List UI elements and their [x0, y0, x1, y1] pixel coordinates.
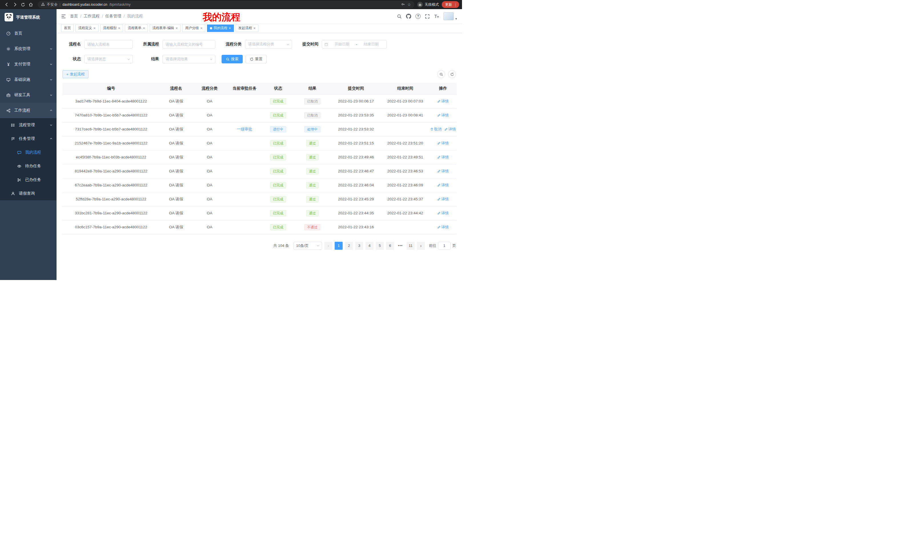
- goto-page-input[interactable]: [438, 242, 451, 250]
- tab-process-form[interactable]: 流程表单×: [125, 24, 148, 32]
- detail-link[interactable]: 详情: [438, 211, 449, 216]
- close-icon[interactable]: ×: [229, 26, 231, 30]
- cell-id: 03c6c157-7b9a-11ec-a290-acde48001122: [63, 220, 160, 234]
- close-icon[interactable]: ×: [118, 26, 120, 30]
- start-date-placeholder[interactable]: 开始日期: [329, 42, 355, 47]
- detail-label: 详情: [441, 225, 449, 230]
- address-bar[interactable]: 不安全 | dashboard.yudao.iocoder.cn/bpm/tas…: [38, 1, 414, 8]
- cell-task: [227, 164, 262, 178]
- search-button[interactable]: 搜索: [222, 55, 243, 63]
- detail-link[interactable]: 详情: [438, 113, 449, 118]
- search-icon[interactable]: [397, 14, 402, 19]
- avatar[interactable]: [444, 12, 454, 20]
- cell-id: 819442e8-7b9a-11ec-a290-acde48001122: [63, 164, 160, 178]
- sidebar-item-workflow[interactable]: 工作流程: [0, 103, 57, 118]
- cell-category: OA: [192, 178, 227, 192]
- back-icon[interactable]: [3, 1, 11, 9]
- sidebar-item-leave-query[interactable]: 请假查询: [0, 187, 57, 201]
- fullscreen-icon[interactable]: [425, 14, 430, 19]
- cell-name: OA 请假: [160, 136, 192, 150]
- prev-page-button[interactable]: ‹: [324, 242, 332, 250]
- create-process-button[interactable]: + 发起流程: [63, 70, 88, 78]
- github-icon[interactable]: [406, 14, 411, 19]
- page-button-5[interactable]: 5: [376, 242, 384, 250]
- date-range-picker[interactable]: 开始日期 - 结束日期: [322, 40, 387, 48]
- table-row: 3ad174fb-7b9d-11ec-8404-acde48001122 OA …: [63, 94, 457, 108]
- breadcrumb-workflow[interactable]: 工作流程: [84, 14, 100, 19]
- process-id-input[interactable]: [162, 40, 215, 48]
- forward-icon[interactable]: [11, 1, 19, 9]
- detail-label: 详情: [441, 183, 449, 188]
- detail-link[interactable]: 详情: [438, 197, 449, 202]
- cell-submit-time: 2022-01-22 23:53:32: [331, 122, 381, 136]
- logo[interactable]: 芋道管理系统: [0, 9, 57, 26]
- tab-user-group[interactable]: 用户分组×: [182, 24, 205, 32]
- font-size-icon[interactable]: [434, 14, 439, 19]
- user-menu[interactable]: ▼: [444, 12, 458, 20]
- next-page-button[interactable]: ›: [417, 242, 425, 250]
- sidebar-item-system[interactable]: 系统管理: [0, 41, 57, 57]
- category-select[interactable]: 请选择流程分类: [245, 40, 292, 48]
- current-task-link[interactable]: 一级审批: [237, 127, 252, 132]
- page-button-1[interactable]: 1: [334, 242, 343, 250]
- page-button-3[interactable]: 3: [355, 242, 363, 250]
- home-icon[interactable]: [27, 1, 35, 9]
- close-icon[interactable]: ×: [254, 26, 256, 30]
- col-id: 编号: [63, 83, 160, 94]
- reload-icon[interactable]: [19, 1, 27, 9]
- end-date-placeholder[interactable]: 结束日期: [358, 42, 384, 47]
- tab-process-form-edit[interactable]: 流程表单-编辑×: [150, 24, 181, 32]
- cancel-link[interactable]: 取消: [430, 127, 442, 132]
- sidebar-item-devtools[interactable]: 研发工具: [0, 87, 57, 103]
- sidebar-item-infrastructure[interactable]: 基础设施: [0, 72, 57, 87]
- col-current-task: 当前审批任务: [227, 83, 262, 94]
- result-select[interactable]: 请选择流结果: [162, 55, 215, 63]
- refresh-icon[interactable]: [448, 70, 456, 78]
- cell-id: 331bc281-7b9a-11ec-a290-acde48001122: [63, 206, 160, 220]
- sidebar-item-done-tasks[interactable]: 已办任务: [0, 173, 57, 187]
- page-ellipsis[interactable]: •••: [396, 242, 404, 250]
- tab-process-definition[interactable]: 流程定义×: [75, 24, 99, 32]
- tab-home[interactable]: 首页: [61, 24, 74, 32]
- security-label: 不安全: [47, 2, 58, 7]
- close-icon[interactable]: ×: [93, 26, 96, 30]
- status-select[interactable]: 请选择状态: [84, 55, 133, 63]
- detail-link[interactable]: 详情: [438, 225, 449, 230]
- detail-link[interactable]: 详情: [438, 155, 449, 160]
- close-icon[interactable]: ×: [176, 26, 178, 30]
- cell-status: 已完成: [262, 220, 294, 234]
- toggle-search-icon[interactable]: [437, 70, 445, 78]
- bookmark-star-icon[interactable]: ☆: [407, 2, 411, 7]
- detail-link[interactable]: 详情: [438, 169, 449, 174]
- detail-link[interactable]: 详情: [438, 141, 449, 146]
- update-button[interactable]: 更新 ⋮: [442, 1, 459, 8]
- tab-process-model[interactable]: 流程模型×: [100, 24, 123, 32]
- page-button-2[interactable]: 2: [345, 242, 353, 250]
- detail-link[interactable]: 详情: [438, 99, 449, 104]
- tab-start-process[interactable]: 发起流程×: [236, 24, 259, 32]
- breadcrumb-home[interactable]: 首页: [70, 14, 78, 19]
- sidebar-item-task-mgmt[interactable]: 任务管理: [0, 132, 57, 145]
- help-icon[interactable]: ?: [416, 14, 421, 19]
- page-button-11[interactable]: 11: [406, 242, 415, 250]
- process-name-input[interactable]: [84, 40, 133, 48]
- close-icon[interactable]: ×: [143, 26, 145, 30]
- reset-button[interactable]: 重置: [246, 55, 267, 63]
- key-icon[interactable]: [401, 2, 405, 7]
- page-button-6[interactable]: 6: [386, 242, 394, 250]
- sidebar-item-payment[interactable]: 支付管理: [0, 57, 57, 72]
- page-button-4[interactable]: 4: [366, 242, 374, 250]
- browser-menu-icon[interactable]: ⋮: [454, 3, 458, 7]
- sidebar-item-process-mgmt[interactable]: 流程管理: [0, 118, 57, 132]
- sidebar-item-home[interactable]: 首页: [0, 26, 57, 41]
- tab-my-process[interactable]: 我的流程×: [207, 24, 234, 32]
- detail-link[interactable]: 详情: [438, 183, 449, 188]
- hamburger-icon[interactable]: [61, 14, 66, 19]
- close-icon[interactable]: ×: [200, 26, 202, 30]
- page-size-select[interactable]: 10条/页: [294, 242, 322, 250]
- sidebar-item-my-process[interactable]: 我的流程: [0, 145, 57, 159]
- cell-result: 通过: [294, 206, 331, 220]
- breadcrumb-task-mgmt[interactable]: 任务管理: [105, 14, 122, 19]
- sidebar-item-todo-tasks[interactable]: 待办任务: [0, 159, 57, 173]
- detail-link[interactable]: 详情: [445, 127, 456, 132]
